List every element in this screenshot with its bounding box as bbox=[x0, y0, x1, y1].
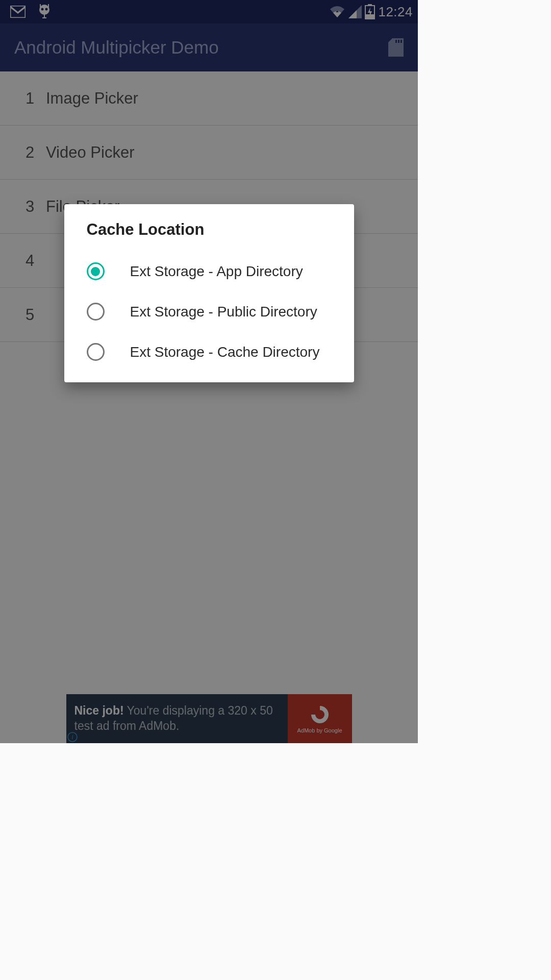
radio-button-icon bbox=[87, 343, 105, 361]
radio-label: Ext Storage - Public Directory bbox=[130, 304, 317, 320]
radio-button-icon bbox=[87, 303, 105, 321]
radio-label: Ext Storage - App Directory bbox=[130, 263, 303, 280]
cache-location-dialog: Cache Location Ext Storage - App Directo… bbox=[64, 204, 354, 382]
radio-option-cache-directory[interactable]: Ext Storage - Cache Directory bbox=[64, 332, 354, 372]
radio-button-icon bbox=[87, 262, 105, 280]
radio-option-app-directory[interactable]: Ext Storage - App Directory bbox=[64, 251, 354, 291]
dialog-title: Cache Location bbox=[64, 204, 354, 251]
radio-label: Ext Storage - Cache Directory bbox=[130, 344, 320, 360]
dialog-scrim[interactable]: Cache Location Ext Storage - App Directo… bbox=[0, 0, 418, 743]
radio-option-public-directory[interactable]: Ext Storage - Public Directory bbox=[64, 291, 354, 332]
